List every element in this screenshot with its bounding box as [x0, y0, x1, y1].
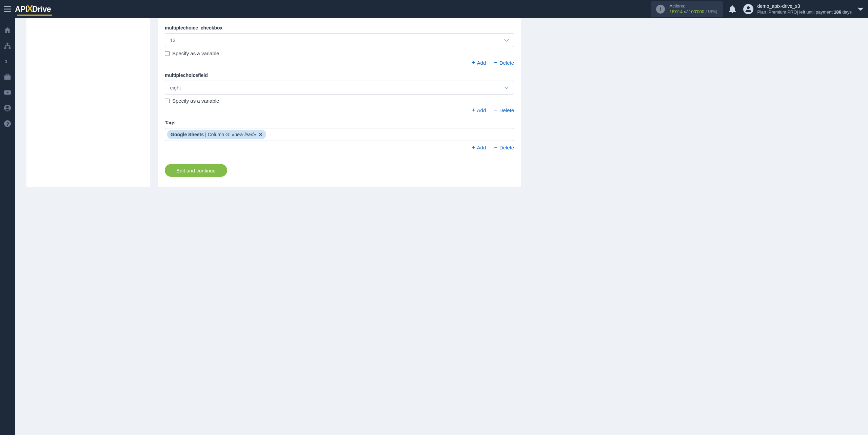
field-label: multiplechoice_checkbox — [165, 25, 514, 30]
add-button[interactable]: +Add — [472, 60, 486, 66]
checkbox-label: Specify as a variable — [172, 98, 219, 104]
field-multiplechoicefield: multiplechoicefield eight Specify as a v… — [165, 72, 514, 113]
header: API X Drive i Actions: 18'014 of 100'000… — [0, 0, 868, 18]
minus-icon: − — [494, 107, 497, 113]
svg-rect-1 — [4, 9, 11, 10]
main-content: multiplechoice_checkbox 13 Specify as a … — [15, 18, 868, 435]
logo[interactable]: API X Drive — [15, 4, 51, 15]
user-info: demo_apix-drive_s3 Plan |Premium PRO| le… — [757, 3, 852, 15]
tag-remove-button[interactable]: ✕ — [259, 132, 263, 137]
user-menu[interactable]: demo_apix-drive_s3 Plan |Premium PRO| le… — [743, 3, 852, 15]
user-menu-toggle[interactable] — [858, 7, 863, 11]
logo-text-post: Drive — [32, 5, 51, 14]
logo-text-pre: API — [15, 5, 27, 14]
delete-button[interactable]: −Delete — [494, 107, 514, 113]
svg-rect-4 — [4, 47, 6, 49]
hamburger-icon — [4, 6, 11, 12]
field-multiplechoice-checkbox: multiplechoice_checkbox 13 Specify as a … — [165, 25, 514, 66]
left-panel — [26, 18, 150, 187]
help-icon: ? — [4, 120, 11, 127]
select-value: eight — [170, 85, 181, 90]
sidebar-help[interactable]: ? — [4, 120, 11, 127]
user-circle-icon — [4, 104, 11, 112]
sidebar-youtube[interactable] — [4, 89, 11, 96]
info-icon: i — [656, 5, 665, 14]
select-multiplechoicefield[interactable]: eight — [165, 81, 514, 95]
actions-usage-text: Actions: 18'014 of 100'000 (18%) — [670, 3, 717, 15]
sidebar-briefcase[interactable] — [4, 73, 11, 81]
select-value: 13 — [170, 37, 176, 43]
svg-text:?: ? — [6, 121, 9, 127]
sidebar: $ ? — [0, 18, 15, 435]
field-actions: +Add −Delete — [165, 107, 514, 113]
specify-variable-row[interactable]: Specify as a variable — [165, 98, 514, 104]
form-panel: multiplechoice_checkbox 13 Specify as a … — [158, 18, 521, 187]
select-multiplechoice-checkbox[interactable]: 13 — [165, 33, 514, 47]
checkbox[interactable] — [165, 51, 170, 56]
field-actions: +Add −Delete — [165, 60, 514, 66]
user-icon — [745, 6, 752, 13]
specify-variable-row[interactable]: Specify as a variable — [165, 50, 514, 56]
svg-rect-2 — [4, 11, 11, 12]
svg-text:$: $ — [5, 59, 7, 63]
plus-icon: + — [472, 60, 475, 66]
field-label: Tags — [165, 120, 514, 125]
tag-value: «new lead» — [232, 132, 256, 137]
checkbox-label: Specify as a variable — [172, 50, 219, 56]
chevron-down-icon — [504, 39, 509, 42]
plus-icon: + — [472, 144, 475, 150]
youtube-icon — [4, 89, 11, 96]
actions-used: 18'014 — [670, 9, 683, 14]
chevron-down-icon — [504, 86, 509, 89]
minus-icon: − — [494, 60, 497, 66]
tag-column: Column G: — [208, 132, 231, 137]
tags-input[interactable]: Google Sheets | Column G: «new lead» ✕ — [165, 128, 514, 141]
home-icon — [4, 26, 11, 34]
field-label: multiplechoicefield — [165, 72, 514, 78]
sidebar-account[interactable] — [4, 104, 11, 112]
tag-chip[interactable]: Google Sheets | Column G: «new lead» ✕ — [167, 130, 266, 139]
checkbox[interactable] — [165, 99, 170, 103]
chevron-down-icon — [858, 7, 863, 11]
sidebar-connections[interactable] — [4, 42, 11, 49]
sidebar-billing[interactable]: $ — [4, 58, 11, 65]
actions-of: of — [684, 9, 688, 14]
briefcase-icon — [4, 73, 11, 81]
bell-icon — [729, 5, 736, 13]
field-actions: +Add −Delete — [165, 144, 514, 150]
delete-button[interactable]: −Delete — [494, 144, 514, 150]
svg-rect-5 — [9, 47, 11, 49]
notifications-button[interactable] — [729, 5, 736, 13]
username: demo_apix-drive_s3 — [757, 3, 852, 9]
svg-rect-3 — [6, 43, 8, 44]
svg-point-10 — [6, 106, 8, 108]
add-button[interactable]: +Add — [472, 144, 486, 150]
plus-icon: + — [472, 107, 475, 113]
delete-button[interactable]: −Delete — [494, 60, 514, 66]
minus-icon: − — [494, 144, 497, 150]
svg-rect-0 — [4, 6, 11, 7]
plan-info: Plan |Premium PRO| left until payment 18… — [757, 9, 852, 15]
logo-x-icon: X — [27, 3, 33, 14]
edit-continue-button[interactable]: Edit and continue — [165, 164, 227, 177]
actions-pct: (18%) — [706, 9, 717, 14]
sidebar-home[interactable] — [4, 26, 11, 34]
avatar — [743, 4, 753, 14]
sitemap-icon — [4, 42, 11, 49]
svg-rect-7 — [4, 75, 11, 80]
tag-source: Google Sheets — [171, 132, 204, 137]
actions-usage-box[interactable]: i Actions: 18'014 of 100'000 (18%) — [651, 1, 723, 17]
dollar-icon: $ — [5, 58, 10, 65]
add-button[interactable]: +Add — [472, 107, 486, 113]
field-tags: Tags Google Sheets | Column G: «new lead… — [165, 120, 514, 150]
hamburger-menu-button[interactable] — [0, 0, 15, 18]
actions-total: 100'000 — [689, 9, 704, 14]
actions-label: Actions: — [670, 3, 717, 9]
